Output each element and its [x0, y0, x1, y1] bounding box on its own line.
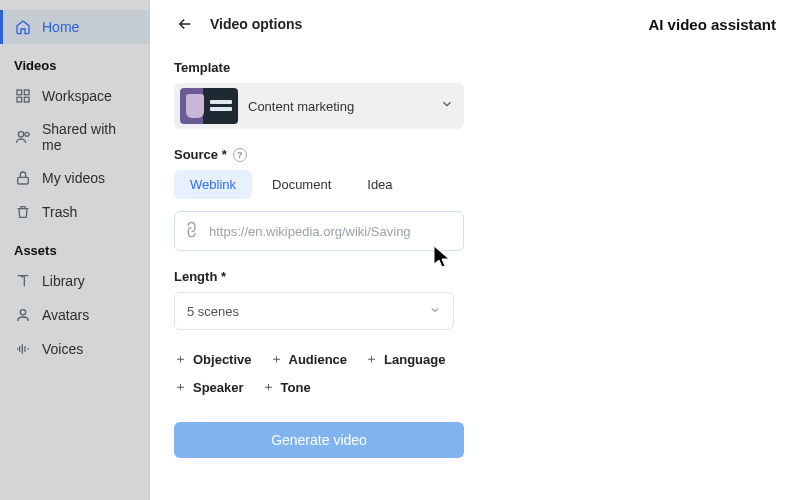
option-chips: ＋Objective ＋Audience ＋Language ＋Speaker …	[174, 350, 474, 396]
sidebar-item-trash[interactable]: Trash	[0, 195, 149, 229]
lock-icon	[14, 169, 32, 187]
topbar: Video options AI video assistant	[174, 0, 776, 48]
source-tabs: Weblink Document Idea	[174, 170, 474, 199]
tab-weblink[interactable]: Weblink	[174, 170, 252, 199]
sidebar-item-shared[interactable]: Shared with me	[0, 113, 149, 161]
trash-icon	[14, 203, 32, 221]
arrow-left-icon	[176, 15, 194, 33]
page-title: Video options	[210, 16, 302, 32]
sidebar-item-label: Trash	[42, 204, 77, 220]
svg-rect-6	[18, 177, 29, 184]
generate-video-button[interactable]: Generate video	[174, 422, 464, 458]
template-thumbnail	[180, 88, 238, 124]
sidebar-item-label: Voices	[42, 341, 83, 357]
svg-rect-2	[17, 97, 22, 102]
svg-point-4	[18, 132, 23, 137]
sidebar-item-library[interactable]: Library	[0, 264, 149, 298]
plus-icon: ＋	[270, 350, 283, 368]
weblink-input[interactable]	[209, 224, 453, 239]
plus-icon: ＋	[174, 350, 187, 368]
back-button[interactable]	[174, 13, 196, 35]
chip-tone[interactable]: ＋Tone	[262, 378, 311, 396]
source-label: Source * ?	[174, 147, 474, 162]
template-selector[interactable]: Content marketing	[174, 83, 464, 129]
sidebar-section-assets: Assets	[0, 229, 149, 264]
svg-rect-3	[24, 97, 29, 102]
weblink-input-wrap	[174, 211, 464, 251]
tab-document[interactable]: Document	[256, 170, 347, 199]
template-label: Template	[174, 60, 474, 75]
plus-icon: ＋	[365, 350, 378, 368]
user-icon	[14, 306, 32, 324]
plus-icon: ＋	[174, 378, 187, 396]
sidebar-item-home[interactable]: Home	[0, 10, 149, 44]
sidebar-item-label: My videos	[42, 170, 105, 186]
main-panel: Video options AI video assistant Templat…	[150, 0, 800, 500]
chevron-down-icon	[440, 97, 454, 115]
length-label: Length *	[174, 269, 474, 284]
home-icon	[14, 18, 32, 36]
chevron-down-icon	[429, 304, 441, 319]
sidebar-item-avatars[interactable]: Avatars	[0, 298, 149, 332]
sidebar-item-label: Library	[42, 273, 85, 289]
chip-language[interactable]: ＋Language	[365, 350, 445, 368]
chip-objective[interactable]: ＋Objective	[174, 350, 252, 368]
sidebar: Home Videos Workspace Shared with me My …	[0, 0, 150, 500]
assistant-label: AI video assistant	[648, 16, 776, 33]
sidebar-item-label: Avatars	[42, 307, 89, 323]
chip-audience[interactable]: ＋Audience	[270, 350, 348, 368]
sidebar-item-label: Home	[42, 19, 79, 35]
svg-rect-0	[17, 90, 22, 95]
help-icon[interactable]: ?	[233, 148, 247, 162]
svg-rect-1	[24, 90, 29, 95]
plus-icon: ＋	[262, 378, 275, 396]
link-icon	[180, 218, 205, 243]
book-icon	[14, 272, 32, 290]
template-name: Content marketing	[248, 99, 430, 114]
grid-icon	[14, 87, 32, 105]
source-field: Source * ? Weblink Document Idea	[174, 147, 474, 251]
length-select[interactable]: 5 scenes	[174, 292, 454, 330]
template-field: Template Content marketing	[174, 60, 474, 129]
sidebar-item-workspace[interactable]: Workspace	[0, 79, 149, 113]
tab-idea[interactable]: Idea	[351, 170, 408, 199]
sidebar-section-videos: Videos	[0, 44, 149, 79]
chip-speaker[interactable]: ＋Speaker	[174, 378, 244, 396]
svg-point-5	[25, 132, 29, 136]
sidebar-item-voices[interactable]: Voices	[0, 332, 149, 366]
sidebar-item-label: Workspace	[42, 88, 112, 104]
wave-icon	[14, 340, 32, 358]
length-value: 5 scenes	[187, 304, 429, 319]
length-field: Length * 5 scenes	[174, 269, 474, 330]
users-icon	[14, 128, 32, 146]
form: Template Content marketing Source * ? We…	[174, 48, 474, 458]
sidebar-item-label: Shared with me	[42, 121, 135, 153]
svg-point-7	[20, 310, 25, 315]
sidebar-item-myvideos[interactable]: My videos	[0, 161, 149, 195]
